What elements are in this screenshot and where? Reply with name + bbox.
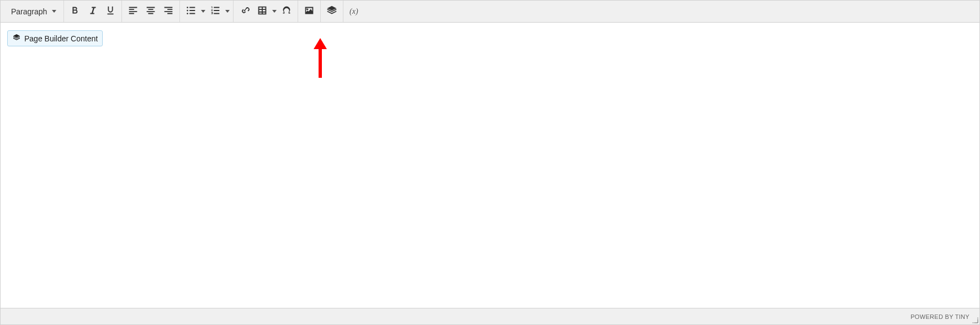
- toolbar-group-variable: (x): [343, 1, 364, 22]
- toolbar-group-format: Paragraph: [3, 1, 64, 22]
- underline-icon: [104, 4, 116, 18]
- bold-icon: [69, 4, 81, 18]
- align-center-icon: [145, 4, 157, 18]
- link-button[interactable]: [236, 3, 253, 20]
- image-icon: [303, 4, 315, 18]
- chevron-down-icon: [225, 10, 230, 13]
- editor-content-area[interactable]: Page Builder Content: [1, 23, 979, 308]
- link-icon: [239, 4, 251, 18]
- underline-button[interactable]: [102, 3, 119, 20]
- align-right-icon: [162, 4, 174, 18]
- number-list-button[interactable]: [207, 3, 224, 20]
- bullet-list-dropdown[interactable]: [200, 3, 206, 20]
- annotation-arrow: [312, 38, 329, 82]
- chevron-down-icon: [201, 10, 205, 13]
- bullet-list-icon: [185, 4, 197, 18]
- align-left-button[interactable]: [125, 3, 141, 20]
- special-char-button[interactable]: [278, 3, 295, 20]
- toolbar-group-textstyle: [64, 1, 122, 22]
- align-center-button[interactable]: [142, 3, 159, 20]
- table-icon: [256, 4, 268, 18]
- toolbar-group-lists: [180, 1, 234, 22]
- variable-button[interactable]: (x): [346, 3, 362, 20]
- image-button[interactable]: [301, 3, 317, 20]
- editor-statusbar: POWERED BY TINY: [1, 308, 979, 324]
- omega-icon: [280, 4, 293, 18]
- editor-container: Paragraph: [0, 0, 980, 325]
- chevron-down-icon: [272, 10, 277, 13]
- align-left-icon: [127, 4, 139, 18]
- table-dropdown[interactable]: [271, 3, 278, 20]
- italic-icon: [87, 4, 99, 18]
- bold-button[interactable]: [67, 3, 83, 20]
- format-select-label: Paragraph: [11, 7, 47, 16]
- stack-icon: [326, 4, 338, 18]
- stack-icon: [12, 33, 24, 44]
- align-right-button[interactable]: [160, 3, 177, 20]
- branding-label: POWERED BY TINY: [910, 313, 970, 320]
- widget-chip-label: Page Builder Content: [24, 34, 98, 43]
- format-select[interactable]: Paragraph: [6, 3, 61, 20]
- toolbar-group-widget: [321, 1, 343, 22]
- svg-point-2: [187, 13, 188, 14]
- svg-marker-4: [314, 38, 327, 49]
- editor-toolbar: Paragraph: [1, 1, 979, 23]
- bullet-list-button[interactable]: [183, 3, 199, 20]
- resize-handle[interactable]: [972, 317, 978, 323]
- toolbar-group-image: [298, 1, 321, 22]
- chevron-down-icon: [52, 10, 56, 13]
- variable-icon: (x): [349, 7, 358, 16]
- italic-button[interactable]: [84, 3, 101, 20]
- svg-point-1: [187, 10, 188, 12]
- number-list-icon: [209, 4, 221, 18]
- toolbar-group-insert: [234, 1, 298, 22]
- widget-button[interactable]: [324, 3, 340, 20]
- table-button[interactable]: [254, 3, 271, 20]
- number-list-dropdown[interactable]: [224, 3, 231, 20]
- page-builder-widget-chip[interactable]: Page Builder Content: [7, 30, 103, 46]
- svg-point-0: [187, 7, 188, 8]
- toolbar-group-align: [122, 1, 180, 22]
